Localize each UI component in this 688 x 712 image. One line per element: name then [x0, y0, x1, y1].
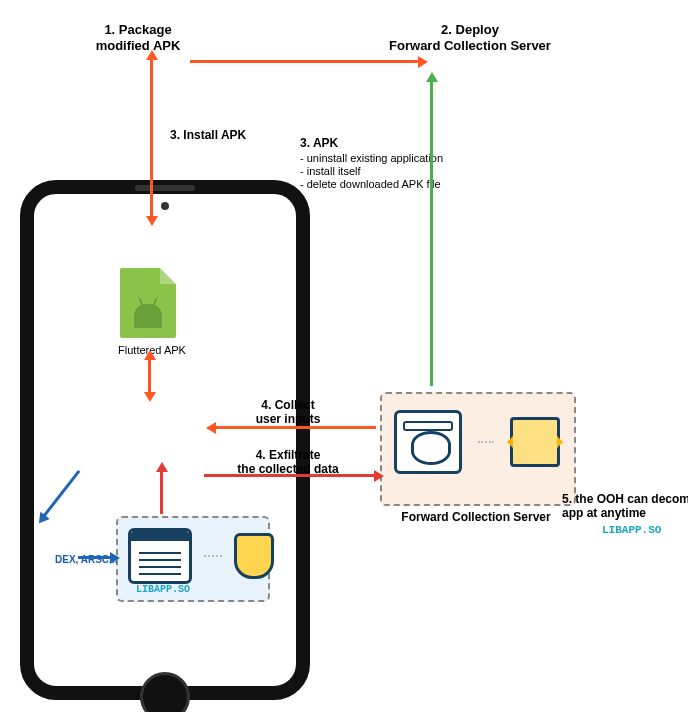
step4a-label: 4. Collect user inputs [256, 398, 321, 427]
decompile-icon [510, 417, 560, 467]
step5-label: 5. the OOH can decompile app at anytime [562, 492, 688, 521]
step1-label: 1. Package modified APK [96, 22, 181, 53]
shield-icon [234, 533, 274, 579]
step4b-label: 4. Exfiltrate the collected data [237, 448, 338, 477]
step3b-header: 3. APK [300, 136, 338, 150]
libapp-label: LIBAPP.SO [136, 584, 190, 596]
step3b-lines: - uninstall existing application - insta… [300, 152, 443, 192]
libapp-box: LIBAPP.SO [116, 516, 270, 602]
step3a-label: 3. Install APK [170, 128, 246, 142]
phone-device [20, 180, 310, 700]
server-icon [394, 410, 462, 474]
step2-label: 2. Deploy Forward Collection Server [389, 22, 551, 53]
phone-camera [161, 202, 169, 210]
apk-icon [120, 268, 176, 338]
phone-home-button [140, 672, 190, 712]
step5-libapp: LIBAPP.SO [602, 524, 661, 537]
server-box [380, 392, 576, 506]
apk-file-icon [120, 268, 176, 338]
server-contents [394, 410, 560, 474]
android-icon [134, 304, 162, 328]
libapp-contents [128, 528, 274, 584]
binary-window-icon [128, 528, 192, 584]
server-caption: Forward Collection Server [401, 510, 550, 524]
phone-speaker [135, 185, 195, 191]
